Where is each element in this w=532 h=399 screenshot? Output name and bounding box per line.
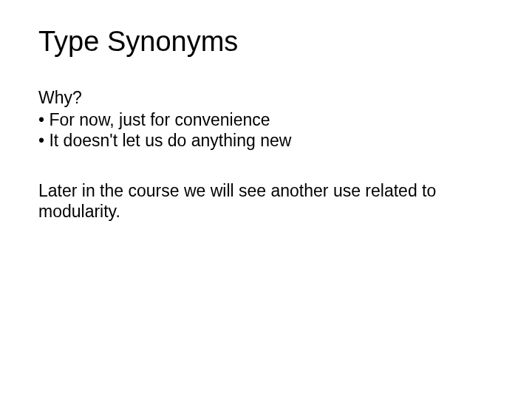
why-heading: Why? — [38, 87, 494, 108]
slide-title: Type Synonyms — [38, 27, 494, 58]
bullet-item: • For now, just for convenience — [38, 109, 494, 130]
bullet-item: • It doesn't let us do anything new — [38, 130, 494, 151]
body-paragraph: Later in the course we will see another … — [38, 180, 494, 222]
slide: Type Synonyms Why? • For now, just for c… — [0, 0, 532, 399]
slide-body: Why? • For now, just for convenience • I… — [38, 87, 494, 222]
